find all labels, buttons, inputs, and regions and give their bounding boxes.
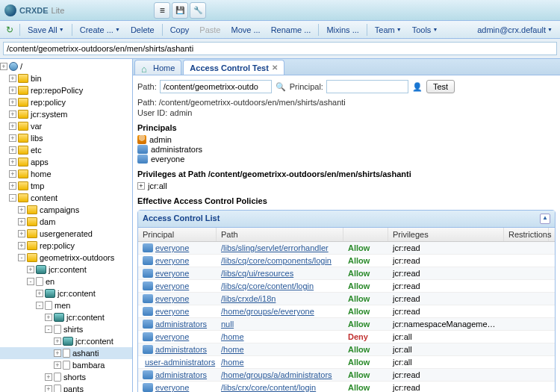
save-all-button[interactable]: Save All▼	[23, 24, 69, 36]
path-link[interactable]: null	[221, 320, 234, 329]
tools-button[interactable]: Tools▼	[408, 24, 443, 36]
path-link[interactable]: /libs/sling/servlet/errorhandler	[221, 243, 329, 252]
tree-toggle-icon[interactable]: +	[9, 170, 16, 178]
principal-link[interactable]: everyone	[155, 294, 189, 303]
tree-toggle-icon[interactable]: +	[9, 182, 16, 190]
col-privileges[interactable]: Privileges	[388, 228, 504, 241]
tree-node-rep-policy[interactable]: +rep:policy	[0, 240, 132, 252]
acl-row[interactable]: everyone/libs/cq/ui/resourcesAllowjcr:re…	[138, 267, 555, 280]
tree-toggle-icon[interactable]: +	[18, 218, 25, 225]
test-button[interactable]: Test	[426, 80, 455, 93]
principal-link[interactable]: everyone	[155, 269, 189, 278]
principal-link[interactable]: everyone	[155, 383, 189, 392]
principal-link[interactable]: everyone	[155, 281, 189, 290]
mixins-button[interactable]: Mixins ...	[322, 24, 363, 36]
tree-node-bin[interactable]: +bin	[0, 72, 132, 84]
tab-access-control-test[interactable]: Access Control Test✕	[183, 60, 284, 75]
team-button[interactable]: Team▼	[370, 24, 406, 36]
tree-toggle-icon[interactable]: +	[9, 158, 16, 166]
tree-toggle-icon[interactable]: +	[45, 314, 52, 321]
save-icon[interactable]	[172, 2, 188, 19]
principal-link[interactable]: everyone	[155, 243, 189, 252]
acl-row[interactable]: everyone/libs/crx/core/content/loginAllo…	[138, 382, 555, 392]
col-principal[interactable]: Principal	[138, 228, 217, 241]
tree-toggle-icon[interactable]: +	[27, 266, 34, 273]
tree-node-var[interactable]: +var	[0, 120, 132, 132]
tree-node-tmp[interactable]: +tmp	[0, 180, 132, 192]
tree-node-jcr-system[interactable]: +jcr:system	[0, 108, 132, 120]
principal-link[interactable]: everyone	[155, 307, 189, 316]
rename-button[interactable]: Rename ...	[267, 24, 316, 36]
tree-node-apps[interactable]: +apps	[0, 156, 132, 168]
tree-node-libs[interactable]: +libs	[0, 132, 132, 144]
tree-node-en[interactable]: -en	[0, 276, 132, 287]
search-icon[interactable]: 🔍	[275, 81, 287, 93]
close-icon[interactable]: ✕	[272, 63, 278, 72]
tree-node-jcr-content[interactable]: +jcr:content	[0, 335, 132, 347]
tree-toggle-icon[interactable]: -	[18, 254, 25, 261]
tree-node-shorts[interactable]: +shorts	[0, 371, 132, 383]
path-link[interactable]: /home/groups/a/administrators	[221, 370, 332, 379]
tree-toggle-icon[interactable]: +	[18, 242, 25, 249]
path-link[interactable]: /home	[221, 345, 244, 354]
principal-link[interactable]: administrators	[155, 345, 207, 354]
tree-node-jcr-content[interactable]: +jcr:content	[0, 287, 132, 299]
principal-link[interactable]: everyone	[155, 332, 189, 341]
acl-row[interactable]: administratorsnullAllowjcr:namespaceMana…	[138, 318, 555, 331]
path-link[interactable]: /libs/crx/core/content/login	[221, 383, 316, 392]
acl-row[interactable]: everyone/libs/crxde/i18nAllowjcr:read	[138, 293, 555, 305]
tree-toggle-icon[interactable]: +	[36, 290, 43, 297]
path-link[interactable]: /libs/cq/core/content/login	[221, 281, 314, 290]
acl-row[interactable]: everyone/home/groups/e/everyoneAllowjcr:…	[138, 305, 555, 318]
acl-row[interactable]: everyone/libs/cq/core/components/loginAl…	[138, 255, 555, 267]
tree-toggle-icon[interactable]: -	[36, 302, 43, 309]
tree-toggle-icon[interactable]: +	[9, 122, 16, 130]
tree-toggle-icon[interactable]: -	[45, 326, 52, 333]
tree-node-pants[interactable]: +pants	[0, 383, 132, 392]
tab-home[interactable]: Home	[134, 60, 181, 75]
tree-toggle-icon[interactable]: +	[54, 361, 61, 369]
path-link[interactable]: /home	[221, 358, 244, 367]
refresh-icon[interactable]	[3, 25, 16, 35]
tree-node-bambara[interactable]: +bambara	[0, 359, 132, 371]
tree-node--[interactable]: +/	[0, 60, 132, 72]
tree-node-dam[interactable]: +dam	[0, 216, 132, 228]
acl-row[interactable]: everyone/libs/sling/servlet/errorhandler…	[138, 242, 555, 255]
tree-node-men[interactable]: -men	[0, 299, 132, 311]
tree-node-jcr-content[interactable]: +jcr:content	[0, 311, 132, 323]
tree-toggle-icon[interactable]: +	[0, 63, 7, 70]
acl-row[interactable]: everyone/homeDenyjcr:all	[138, 331, 555, 343]
act-principal-input[interactable]	[326, 80, 408, 93]
tree-toggle-icon[interactable]: +	[18, 206, 25, 214]
path-input[interactable]	[3, 42, 557, 55]
tree-node-rep-repoPolicy[interactable]: +rep:repoPolicy	[0, 84, 132, 96]
tree-toggle-icon[interactable]: +	[54, 349, 61, 357]
create-button[interactable]: Create ...▼	[75, 24, 125, 36]
tools-icon[interactable]	[190, 2, 206, 19]
expand-icon[interactable]: +	[137, 182, 145, 190]
tree-toggle-icon[interactable]: +	[9, 87, 16, 94]
acl-row[interactable]: administrators/home/groups/a/administrat…	[138, 369, 555, 382]
move-button[interactable]: Move ...	[227, 24, 265, 36]
path-link[interactable]: /libs/cq/ui/resources	[221, 269, 293, 278]
tree-node-shirts[interactable]: -shirts	[0, 323, 132, 335]
path-link[interactable]: /libs/cq/core/components/login	[221, 256, 332, 265]
principal-link[interactable]: administrators	[155, 320, 207, 329]
tree-toggle-icon[interactable]: +	[18, 230, 25, 237]
copy-button[interactable]: Copy	[166, 24, 194, 36]
repository-tree[interactable]: +/+bin+rep:repoPolicy+rep:policy+jcr:sys…	[0, 59, 133, 392]
collapse-icon[interactable]: ▲	[540, 214, 550, 224]
principal-link[interactable]: everyone	[155, 256, 189, 265]
tree-node-rep-policy[interactable]: +rep:policy	[0, 96, 132, 108]
tree-node-etc[interactable]: +etc	[0, 144, 132, 156]
tree-node-home[interactable]: +home	[0, 168, 132, 180]
user-picker-icon[interactable]: 👤	[411, 81, 423, 93]
path-link[interactable]: /libs/crxde/i18n	[221, 294, 276, 303]
col-path[interactable]: Path	[217, 228, 343, 241]
act-path-input[interactable]	[160, 80, 272, 93]
tree-node-jcr-content[interactable]: +jcr:content	[0, 264, 132, 276]
acl-row[interactable]: administrators/homeAllowjcr:all	[138, 343, 555, 356]
user-menu[interactable]: admin@crx.default▼	[473, 24, 557, 36]
tree-node-ashanti[interactable]: +ashanti	[0, 347, 132, 359]
tree-toggle-icon[interactable]: -	[9, 194, 16, 202]
